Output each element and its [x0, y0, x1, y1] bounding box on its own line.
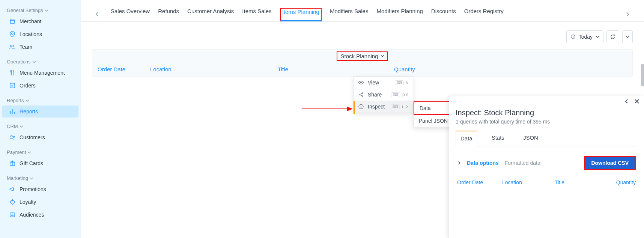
sidebar-item-label: Gift Cards [20, 160, 43, 166]
sidebar-item-label: Locations [20, 31, 42, 37]
tab-modifiers-planning[interactable]: Modifiers Planning [376, 8, 423, 20]
tab-modifiers-sales[interactable]: Modifiers Sales [330, 8, 369, 20]
svg-point-15 [362, 93, 363, 94]
sidebar-item-audiences[interactable]: Audiences [2, 209, 78, 221]
drawer-col-title[interactable]: Title [555, 179, 606, 185]
clock-icon [570, 34, 576, 39]
sidebar-item-promotions[interactable]: Promotions [2, 183, 78, 195]
drawer-back-button[interactable] [624, 99, 629, 104]
drawer-col-location[interactable]: Location [502, 179, 555, 185]
svg-point-5 [13, 136, 15, 138]
sidebar-section-header[interactable]: CRM [0, 122, 81, 131]
team-icon [9, 44, 16, 50]
keyboard-icon: ⌨ [391, 104, 400, 109]
menu-item-label: View [368, 80, 379, 86]
main-content: Sales OverviewRefundsCustomer AnalysisIt… [81, 0, 644, 238]
sidebar-item-orders[interactable]: Orders [2, 80, 78, 92]
menu-item-inspect[interactable]: Inspect⌨i [354, 101, 413, 113]
sidebar-section-header[interactable]: Reports [0, 96, 81, 105]
data-options-row: Data options Formatted data Download CSV [456, 152, 637, 174]
menu-item-share[interactable]: Share⌨p s [354, 89, 413, 101]
sidebar-item-label: Menu Management [20, 70, 65, 76]
bar-chart-icon [9, 108, 16, 115]
chevron-down-icon [381, 54, 384, 58]
drawer-subtitle: 1 queries with total query time of 395 m… [456, 119, 637, 125]
tab-sales-overview[interactable]: Sales Overview [111, 8, 150, 20]
annotation-arrow [302, 105, 355, 113]
drawer-col-order-date[interactable]: Order Date [457, 179, 502, 185]
drawer-tab-data[interactable]: Data [456, 131, 477, 146]
users-icon [9, 134, 16, 141]
sidebar-section-header[interactable]: Operations [0, 57, 81, 66]
tab-items-sales[interactable]: Items Sales [242, 8, 271, 20]
refresh-interval-button[interactable] [622, 30, 633, 43]
sidebar-item-locations[interactable]: Locations [2, 28, 78, 40]
sidebar-item-label: Team [20, 44, 32, 50]
svg-rect-3 [10, 83, 15, 88]
date-range-button[interactable]: Today [566, 30, 603, 43]
keyboard-icon: ⌨ [391, 92, 400, 97]
sidebar-section-header[interactable]: Marketing [0, 174, 81, 182]
tabs-scroll-right[interactable] [622, 12, 633, 17]
sidebar-item-customers[interactable]: Customers [2, 131, 78, 143]
sidebar-item-reports[interactable]: Reports [2, 105, 78, 117]
drawer-tab-stats[interactable]: Stats [487, 131, 509, 146]
tabs-scroll-left[interactable] [92, 12, 102, 17]
sidebar-item-merchant[interactable]: Merchant [2, 15, 78, 27]
sidebar-item-label: Merchant [20, 18, 41, 24]
svg-point-4 [11, 136, 13, 137]
drawer-tab-json[interactable]: JSON [519, 131, 543, 146]
sidebar-section-header[interactable]: Payment [0, 148, 81, 157]
gift-icon [9, 160, 16, 167]
tab-items-planning[interactable]: Items Planning [280, 8, 322, 21]
menu-item-label: Inspect [368, 104, 385, 110]
report-tabs: Sales OverviewRefundsCustomer AnalysisIt… [81, 0, 644, 22]
audience-icon [9, 211, 16, 218]
keyboard-icon: ⌨ [395, 80, 404, 85]
date-range-label: Today [579, 34, 593, 40]
sidebar-item-label: Audiences [20, 212, 44, 218]
data-options-status: Formatted data [505, 160, 540, 166]
sidebar: General SettingsMerchantLocationsTeamOpe… [0, 0, 81, 238]
svg-rect-8 [10, 213, 15, 217]
scrollbar-thumb[interactable] [641, 64, 644, 86]
drawer-tabs: DataStatsJSON [456, 131, 637, 146]
expand-options-button[interactable] [457, 161, 461, 165]
refresh-button[interactable] [606, 30, 619, 43]
sidebar-item-menu-management[interactable]: Menu Management [2, 67, 78, 79]
col-title[interactable]: Title [278, 66, 394, 72]
tab-refunds[interactable]: Refunds [158, 8, 179, 20]
sidebar-section-label: General Settings [7, 8, 43, 13]
tab-customer-analysis[interactable]: Customer Analysis [187, 8, 234, 20]
svg-point-2 [13, 45, 14, 47]
svg-point-16 [362, 96, 363, 97]
drawer-col-quantity[interactable]: Quantity [606, 179, 636, 185]
sidebar-section-header[interactable]: General Settings [0, 6, 81, 15]
download-csv-button[interactable]: Download CSV [584, 156, 636, 170]
sidebar-item-gift-cards[interactable]: Gift Cards [2, 157, 78, 169]
panel-title-dropdown[interactable]: Stock Planning [337, 51, 388, 61]
eye-icon [358, 80, 364, 86]
tab-discounts[interactable]: Discounts [431, 8, 456, 20]
pin-icon [9, 31, 16, 38]
drawer-close-button[interactable] [634, 99, 639, 104]
menu-item-label: Share [368, 92, 382, 98]
chevron-down-icon [626, 35, 629, 39]
svg-point-1 [11, 45, 12, 47]
col-order-date[interactable]: Order Date [98, 66, 150, 72]
sidebar-item-team[interactable]: Team [2, 41, 78, 53]
sidebar-item-label: Orders [20, 83, 36, 89]
storefront-icon [9, 18, 16, 25]
data-options-link[interactable]: Data options [467, 160, 499, 166]
sidebar-item-label: Customers [20, 134, 45, 140]
svg-marker-12 [347, 107, 353, 111]
tab-orders-registry[interactable]: Orders Registry [464, 8, 504, 20]
menu-item-view[interactable]: View⌨v [354, 77, 413, 89]
sidebar-item-loyalty[interactable]: Loyalty [2, 196, 78, 208]
col-location[interactable]: Location [150, 66, 278, 72]
svg-point-14 [359, 94, 360, 95]
toolbar: Today [81, 22, 644, 47]
panel-title-label: Stock Planning [340, 53, 378, 59]
sidebar-section-label: Marketing [7, 175, 28, 181]
col-quantity[interactable]: Quantity [394, 66, 627, 72]
